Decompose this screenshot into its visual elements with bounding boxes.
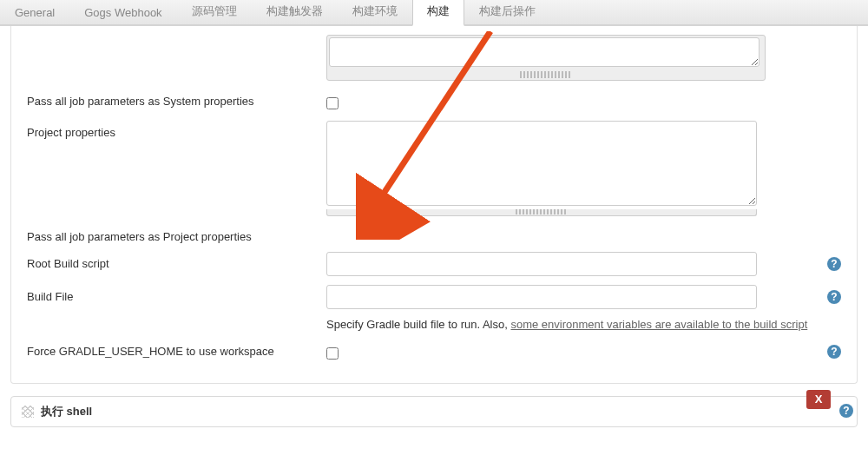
force-gradle-home-label: Force GRADLE_USER_HOME to use workspace [27, 340, 326, 358]
execute-shell-section: 执行 shell X ? [10, 396, 858, 427]
build-file-helptext: Specify Gradle build file to run. Also, … [326, 318, 841, 331]
help-icon[interactable]: ? [827, 290, 841, 304]
top-textarea[interactable] [329, 37, 760, 67]
build-file-help-prefix: Specify Gradle build file to run. Also, [326, 318, 510, 331]
tab-postbuild[interactable]: 构建后操作 [464, 0, 550, 24]
build-file-input[interactable] [326, 285, 757, 309]
execute-shell-title: 执行 shell [41, 404, 92, 419]
tab-source[interactable]: 源码管理 [177, 0, 252, 24]
tab-env[interactable]: 构建环境 [338, 0, 412, 24]
project-properties-textarea[interactable] [326, 121, 757, 206]
spacer [27, 35, 326, 40]
env-vars-link[interactable]: some environment variables are available… [510, 318, 807, 331]
project-properties-label: Project properties [27, 121, 326, 139]
delete-step-button[interactable]: X [806, 390, 831, 409]
drag-handle-icon[interactable] [22, 406, 34, 418]
help-icon[interactable]: ? [839, 404, 853, 418]
build-file-label: Build File [27, 285, 326, 303]
pass-system-checkbox[interactable] [326, 97, 339, 109]
pass-system-label: Pass all job parameters as System proper… [27, 89, 326, 108]
tab-gogs-webhook[interactable]: Gogs Webhook [69, 0, 176, 24]
root-build-script-input[interactable] [326, 252, 757, 276]
gradle-step-panel: Pass all job parameters as System proper… [10, 26, 858, 384]
help-icon[interactable]: ? [827, 257, 841, 271]
spacer [27, 318, 326, 323]
pass-project-label: Pass all job parameters as Project prope… [27, 225, 326, 243]
resize-grip-icon[interactable] [520, 71, 572, 78]
config-tabbar: General Gogs Webhook 源码管理 构建触发器 构建环境 构建 … [0, 0, 868, 26]
tab-triggers[interactable]: 构建触发器 [252, 0, 338, 24]
root-build-script-label: Root Build script [27, 252, 326, 270]
help-icon[interactable]: ? [827, 345, 841, 359]
force-gradle-home-checkbox[interactable] [326, 347, 339, 360]
top-textarea-wrap [326, 35, 766, 81]
tab-build[interactable]: 构建 [412, 0, 464, 26]
page-body: Pass all job parameters as System proper… [0, 26, 868, 427]
tab-general[interactable]: General [0, 0, 69, 24]
resize-grip-icon[interactable] [516, 209, 568, 214]
